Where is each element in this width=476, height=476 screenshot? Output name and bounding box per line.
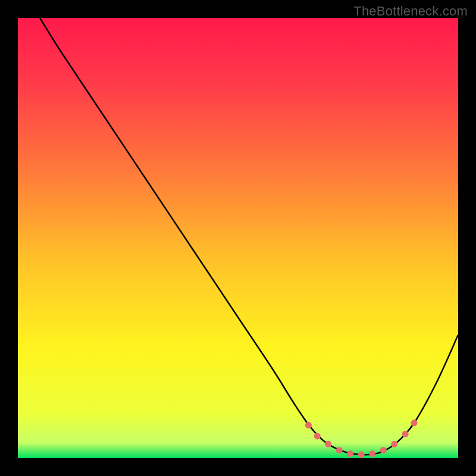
chart-plot-area (18, 18, 458, 458)
trough-marker (347, 450, 353, 457)
trough-marker (411, 419, 418, 426)
trough-marker (369, 450, 375, 457)
trough-marker (380, 447, 387, 453)
chart-frame: TheBottleneck.com (0, 0, 476, 476)
chart-svg (18, 18, 458, 458)
trough-marker (305, 422, 312, 428)
trough-marker (391, 441, 397, 447)
watermark-text: TheBottleneck.com (353, 4, 468, 19)
trough-marker (336, 447, 343, 453)
trough-marker (402, 431, 409, 437)
trough-marker (358, 452, 365, 458)
trough-marker (314, 433, 321, 440)
gradient-background (18, 18, 458, 458)
trough-marker (325, 441, 331, 447)
